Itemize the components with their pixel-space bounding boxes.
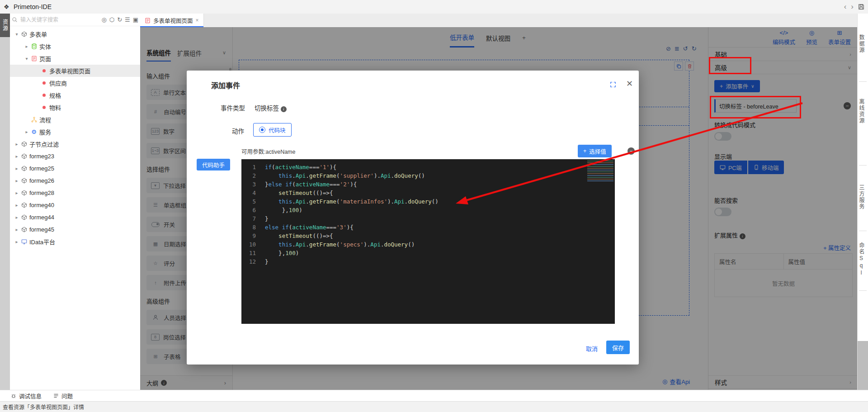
problems-item[interactable]: 问题 — [53, 392, 73, 400]
tab-close-icon[interactable]: × — [196, 17, 199, 24]
rail-separator — [859, 290, 867, 291]
tree-item-formeg45[interactable]: ▸formeg45 — [10, 223, 140, 236]
caret-right-icon[interactable]: ▸ — [24, 129, 30, 134]
refresh-icon[interactable]: ↻ — [117, 17, 122, 23]
status-text[interactable]: 查看资源「多表单视图页面」详情 — [3, 403, 84, 411]
save-icon[interactable] — [858, 4, 864, 10]
rail-tab-命名Sql[interactable]: 命名Sql — [858, 242, 868, 277]
explorer-search-row: ◎⬡↻☰▣ — [10, 14, 140, 26]
problems-icon — [53, 393, 59, 398]
title-bar: ❖ Primeton-IDE ‹ › — [0, 0, 868, 14]
rail-tab-resources[interactable]: 资源 — [0, 14, 10, 37]
remove-code-icon[interactable]: − — [627, 147, 635, 155]
dialog-expand-icon[interactable] — [610, 81, 616, 89]
search-icon — [12, 17, 18, 23]
tree-item-formeg28[interactable]: ▸formeg28 — [10, 187, 140, 199]
caret-down-icon[interactable]: ▾ — [14, 32, 20, 37]
tree-item-IData平台[interactable]: ▸IData平台 — [10, 236, 140, 248]
search-input[interactable] — [19, 16, 101, 24]
debug-bar: 调试信息 问题 — [0, 390, 868, 401]
resource-explorer: ◎⬡↻☰▣ ▾多表单▸实体▾页面多表单视图页面供应商规格物料流程▸⚙服务▸子节点… — [10, 14, 141, 390]
gear-icon: ⚙ — [30, 129, 38, 135]
platform-icon — [20, 239, 28, 245]
cube-icon — [20, 153, 28, 159]
cancel-button[interactable]: 取消 — [586, 344, 598, 353]
tree-item-label: formeg28 — [29, 189, 54, 196]
nav-back-icon[interactable]: ‹ — [844, 3, 847, 10]
debug-info-item[interactable]: 调试信息 — [11, 392, 42, 400]
save-button[interactable]: 保存 — [606, 341, 630, 354]
event-type-value: 切换标签 i — [255, 103, 287, 112]
tree-item-label: formeg45 — [29, 226, 54, 233]
tree-item-label: formeg25 — [29, 165, 54, 172]
tree-item-规格[interactable]: 规格 — [10, 89, 140, 101]
tree-item-label: 多表单视图页面 — [49, 66, 90, 75]
page-icon — [30, 56, 38, 62]
tab-multi-form-view-page[interactable]: 多表单视图页面 × — [140, 14, 204, 27]
app-logo-icon: ❖ — [4, 3, 11, 10]
tree-item-label: 多表单 — [29, 30, 47, 38]
caret-right-icon[interactable]: ▸ — [14, 166, 20, 171]
tree-item-子节点过滤[interactable]: ▸子节点过滤 — [10, 138, 140, 150]
caret-right-icon[interactable]: ▸ — [14, 190, 20, 195]
tree-item-多表单[interactable]: ▾多表单 — [10, 28, 140, 40]
tree-item-label: 物料 — [49, 103, 61, 112]
tree-item-页面[interactable]: ▾页面 — [10, 52, 140, 65]
model-add-icon[interactable]: ⬡ — [109, 17, 114, 23]
tree-item-label: 服务 — [39, 128, 51, 136]
caret-right-icon[interactable]: ▸ — [14, 154, 20, 159]
select-value-label: 选择值 — [589, 147, 606, 156]
tree-item-实体[interactable]: ▸实体 — [10, 40, 140, 52]
code-editor[interactable]: 123456789101112 if(activeName==='1'){ th… — [241, 159, 615, 324]
event-type-info-icon: i — [281, 106, 287, 112]
select-value-button[interactable]: + 选择值 — [578, 145, 612, 157]
cube-icon — [20, 227, 28, 232]
dialog-close-icon[interactable]: ✕ — [626, 79, 633, 89]
tree-item-label: 子节点过滤 — [29, 140, 59, 148]
params-label: 可用参数:activeName — [241, 147, 295, 156]
tree-item-物料[interactable]: 物料 — [10, 101, 140, 114]
cube-icon — [20, 202, 28, 208]
ai-assist-icon[interactable]: ◎ — [101, 17, 106, 23]
caret-right-icon[interactable]: ▸ — [24, 44, 30, 49]
dot-icon — [40, 81, 48, 85]
rail-separator — [859, 165, 867, 166]
minimap — [587, 161, 613, 181]
import-icon[interactable]: ▣ — [133, 17, 138, 23]
list-view-icon[interactable]: ☰ — [125, 17, 130, 23]
tree-item-formeg44[interactable]: ▸formeg44 — [10, 211, 140, 223]
debug-icon — [11, 393, 16, 398]
caret-right-icon[interactable]: ▸ — [14, 227, 20, 232]
tree-item-供应商[interactable]: 供应商 — [10, 77, 140, 89]
tree-item-label: IData平台 — [29, 237, 55, 246]
rail-tab-离线资源[interactable]: 离线资源 — [858, 99, 868, 124]
code-assistant-button[interactable]: 代码助手 — [197, 159, 230, 170]
tree-item-多表单视图页面[interactable]: 多表单视图页面 — [10, 65, 140, 77]
caret-right-icon[interactable]: ▸ — [14, 239, 20, 244]
line-numbers: 123456789101112 — [241, 163, 261, 266]
rail-tab-数据源[interactable]: 数据源 — [858, 34, 868, 53]
tree-item-label: formeg23 — [29, 153, 54, 160]
left-rail: 资源 — [0, 14, 10, 401]
tree-item-formeg26[interactable]: ▸formeg26 — [10, 175, 140, 187]
debug-label: 调试信息 — [19, 392, 42, 400]
caret-right-icon[interactable]: ▸ — [14, 215, 20, 220]
rail-tab-三方服务[interactable]: 三方服务 — [858, 185, 868, 210]
resource-tree: ▾多表单▸实体▾页面多表单视图页面供应商规格物料流程▸⚙服务▸子节点过滤▸for… — [10, 28, 140, 248]
tree-item-formeg40[interactable]: ▸formeg40 — [10, 199, 140, 211]
cube-icon — [20, 166, 28, 171]
cube-icon — [20, 141, 28, 147]
plus-icon: + — [583, 148, 586, 154]
nav-forward-icon[interactable]: › — [851, 3, 854, 10]
code-content[interactable]: if(activeName==='1'){ this.Api.getFrame(… — [265, 163, 615, 266]
caret-right-icon[interactable]: ▸ — [14, 203, 20, 208]
tree-item-服务[interactable]: ▸⚙服务 — [10, 126, 140, 138]
code-block-radio[interactable]: 代码块 — [253, 123, 292, 137]
caret-down-icon[interactable]: ▾ — [24, 56, 30, 61]
tree-item-formeg25[interactable]: ▸formeg25 — [10, 162, 140, 175]
caret-right-icon[interactable]: ▸ — [14, 178, 20, 183]
tree-item-流程[interactable]: 流程 — [10, 114, 140, 126]
app-title: Primeton-IDE — [14, 3, 52, 10]
tree-item-formeg23[interactable]: ▸formeg23 — [10, 150, 140, 162]
caret-right-icon[interactable]: ▸ — [14, 142, 20, 147]
